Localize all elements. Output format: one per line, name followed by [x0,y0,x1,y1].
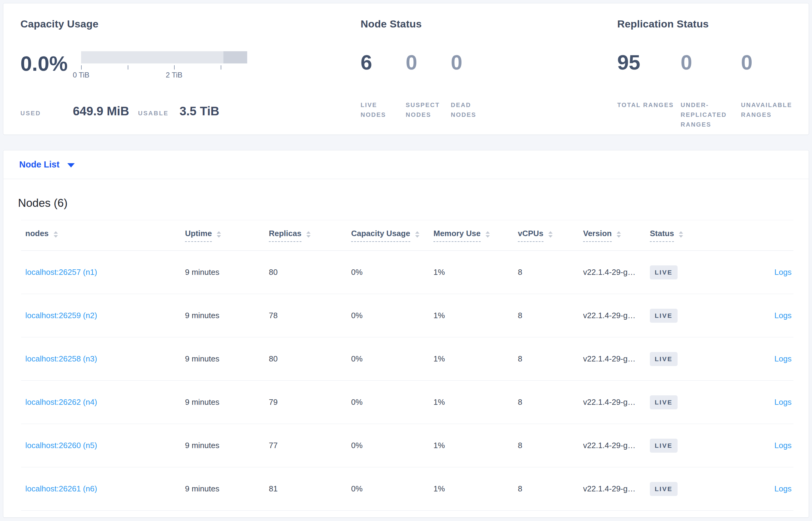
logs-link[interactable]: Logs [774,484,792,493]
node-address-link[interactable]: localhost:26260 (n5) [25,441,97,450]
logs-link[interactable]: Logs [774,311,792,320]
node-list-dropdown-label: Node List [19,160,59,169]
replicas-cell: 80 [269,354,351,364]
sort-arrows-icon[interactable] [679,231,683,237]
sort-arrows-icon[interactable] [415,231,420,237]
logs-link[interactable]: Logs [774,268,792,277]
node-address-link[interactable]: localhost:26257 (n1) [25,268,97,277]
dead-nodes-stat: 0 DEAD NODES [451,52,496,119]
memory-use-cell: 1% [433,311,518,320]
replicas-cell: 77 [269,441,351,450]
nodes-table-panel: Nodes (6) nodes Uptime Replicas Capacity… [3,179,809,518]
table-row-node-2: localhost:26259 (n2) 9 minutes 78 0% 1% … [21,294,793,337]
node-list-dropdown[interactable]: Node List [19,160,75,169]
capacity-usage-cell: 0% [351,311,433,320]
axis-tick [221,65,221,70]
capacity-usage-cell: 0% [351,354,433,364]
replication-status-title: Replication Status [617,18,806,30]
table-row-node-5: localhost:26260 (n5) 9 minutes 77 0% 1% … [21,424,793,467]
column-header-nodes[interactable]: nodes [21,229,185,242]
version-cell: v22.1.4-29-g… [583,268,650,277]
memory-use-cell: 1% [433,441,518,450]
capacity-usage-cell: 0% [351,268,433,277]
replicas-cell: 80 [269,268,351,277]
live-nodes-count: 6 [361,52,406,73]
logs-link[interactable]: Logs [774,441,792,450]
live-nodes-stat: 6 LIVE NODES [361,52,406,119]
axis-tick-label: 0 TiB [73,71,90,79]
capacity-usage-cell: 0% [351,484,433,494]
sort-arrows-icon[interactable] [54,231,58,237]
replication-status-section: Replication Status 95 TOTAL RANGES 0 UND… [617,18,806,129]
sort-arrows-icon[interactable] [217,231,221,237]
under-replicated-ranges-count: 0 [680,52,741,73]
vcpus-cell: 8 [518,484,583,494]
capacity-axis-ticks [81,65,247,70]
sort-arrows-icon[interactable] [485,231,490,237]
sort-arrows-icon[interactable] [617,231,621,237]
table-row-node-6: localhost:26261 (n6) 9 minutes 81 0% 1% … [21,467,793,511]
vcpus-cell: 8 [518,441,583,450]
dead-nodes-label: DEAD NODES [451,100,485,119]
unavailable-ranges-stat: 0 UNAVAILABLE RANGES [741,52,806,129]
capacity-bar [81,51,247,64]
column-header-memory-use[interactable]: Memory Use [433,229,518,242]
unavailable-ranges-count: 0 [741,52,806,73]
version-cell: v22.1.4-29-g… [583,311,650,320]
nodes-table-header-row: nodes Uptime Replicas Capacity Usage Mem… [21,220,793,251]
status-badge: LIVE [650,265,677,279]
total-ranges-count: 95 [617,52,680,73]
column-header-status[interactable]: Status [650,229,738,242]
vcpus-cell: 8 [518,268,583,277]
column-header-version[interactable]: Version [583,229,650,242]
replicas-cell: 79 [269,398,351,407]
status-badge: LIVE [650,352,677,366]
column-header-uptime[interactable]: Uptime [185,229,269,242]
view-selector-bar: Node List [3,150,809,179]
vcpus-cell: 8 [518,398,583,407]
column-header-vcpus[interactable]: vCPUs [518,229,583,242]
capacity-usage-title: Capacity Usage [20,18,247,30]
usable-label: USABLE [138,110,180,117]
total-ranges-stat: 95 TOTAL RANGES [617,52,680,129]
node-address-link[interactable]: localhost:26261 (n6) [25,484,97,493]
dead-nodes-count: 0 [451,52,496,73]
status-badge: LIVE [650,482,677,496]
uptime-cell: 9 minutes [185,441,269,450]
vcpus-cell: 8 [518,311,583,320]
axis-tick [128,65,128,70]
node-status-section: Node Status 6 LIVE NODES 0 SUSPECT NODES… [361,18,496,119]
capacity-usage-cell: 0% [351,398,433,407]
suspect-nodes-label: SUSPECT NODES [406,100,440,119]
node-address-link[interactable]: localhost:26258 (n3) [25,354,97,363]
uptime-cell: 9 minutes [185,484,269,494]
sort-arrows-icon[interactable] [548,231,553,237]
suspect-nodes-count: 0 [406,52,451,73]
logs-link[interactable]: Logs [774,398,792,407]
node-address-link[interactable]: localhost:26259 (n2) [25,311,97,320]
capacity-usage-section: Capacity Usage 0.0% 0 TiB [20,18,247,118]
node-address-link[interactable]: localhost:26262 (n4) [25,398,97,407]
status-badge: LIVE [650,439,677,453]
axis-tick [174,65,175,70]
sort-arrows-icon[interactable] [306,231,311,237]
cluster-overview-page: Capacity Usage 0.0% 0 TiB [0,0,812,521]
under-replicated-ranges-stat: 0 UNDER-REPLICATED RANGES [680,52,741,129]
replicas-cell: 78 [269,311,351,320]
capacity-usage-bar-chart: 0 TiB 2 TiB [81,51,247,81]
uptime-cell: 9 minutes [185,354,269,364]
capacity-bar-usable-segment [81,51,223,64]
uptime-cell: 9 minutes [185,311,269,320]
vcpus-cell: 8 [518,354,583,364]
nodes-table: nodes Uptime Replicas Capacity Usage Mem… [21,220,793,511]
logs-link[interactable]: Logs [774,354,792,363]
used-value: 649.9 MiB [73,104,138,118]
column-header-replicas[interactable]: Replicas [269,229,351,242]
capacity-usage-cell: 0% [351,441,433,450]
table-row-node-1: localhost:26257 (n1) 9 minutes 80 0% 1% … [21,251,793,294]
version-cell: v22.1.4-29-g… [583,398,650,407]
nodes-table-title: Nodes (6) [3,179,809,209]
caret-down-icon [67,163,75,167]
version-cell: v22.1.4-29-g… [583,441,650,450]
column-header-capacity-usage[interactable]: Capacity Usage [351,229,433,242]
